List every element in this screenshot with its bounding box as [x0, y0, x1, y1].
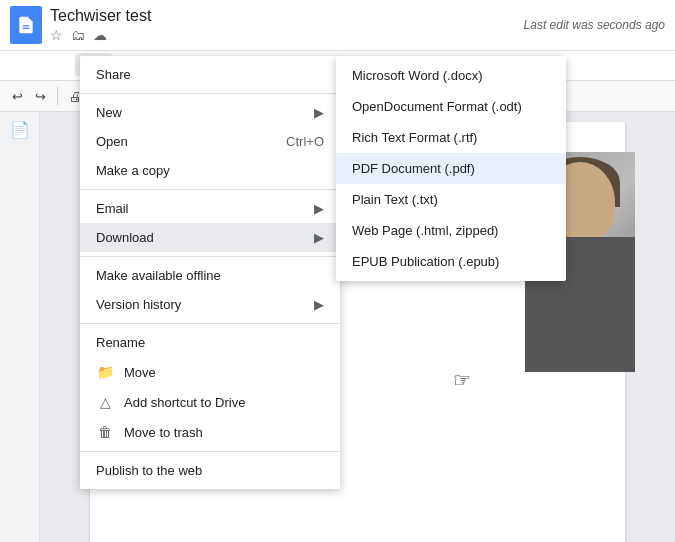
arrow-icon-version: ▶ — [314, 297, 324, 312]
download-rtf[interactable]: Rich Text Format (.rtf) — [336, 122, 566, 153]
star-icon[interactable]: ☆ — [50, 27, 63, 43]
file-menu-rename[interactable]: Rename — [80, 328, 340, 357]
file-menu-new[interactable]: New ▶ — [80, 98, 340, 127]
drive-icon: △ — [96, 394, 114, 410]
file-menu-email[interactable]: Email ▶ — [80, 194, 340, 223]
folder-move-icon: 📁 — [96, 364, 114, 380]
download-submenu: Microsoft Word (.docx) OpenDocument Form… — [336, 56, 566, 281]
cloud-icon[interactable]: ☁ — [93, 27, 107, 43]
file-menu-add-shortcut[interactable]: △ Add shortcut to Drive — [80, 387, 340, 417]
arrow-icon-download: ▶ — [314, 230, 324, 245]
file-menu-download[interactable]: Download ▶ — [80, 223, 340, 252]
shortcut-open: Ctrl+O — [286, 134, 324, 149]
menu-divider-5 — [80, 451, 340, 452]
sidebar: 📄 — [0, 112, 40, 542]
download-pdf[interactable]: PDF Document (.pdf) — [336, 153, 566, 184]
file-menu-publish[interactable]: Publish to the web — [80, 456, 340, 485]
last-edit-label: Last edit was seconds ago — [524, 18, 665, 32]
redo-button[interactable]: ↪ — [31, 87, 50, 106]
doc-app-icon — [10, 6, 42, 44]
doc-title-area: Techwiser test ☆ 🗂 ☁ — [50, 7, 151, 43]
menu-divider-3 — [80, 256, 340, 257]
menu-divider-4 — [80, 323, 340, 324]
menu-divider-2 — [80, 189, 340, 190]
trash-icon: 🗑 — [96, 424, 114, 440]
download-odt[interactable]: OpenDocument Format (.odt) — [336, 91, 566, 122]
doc-title[interactable]: Techwiser test — [50, 7, 151, 25]
arrow-icon-new: ▶ — [314, 105, 324, 120]
file-menu-version-history[interactable]: Version history ▶ — [80, 290, 340, 319]
file-menu-make-offline[interactable]: Make available offline — [80, 261, 340, 290]
sidebar-page-icon[interactable]: 📄 — [10, 120, 30, 139]
file-menu-share[interactable]: Share — [80, 60, 340, 89]
toolbar-separator-1 — [57, 87, 58, 105]
top-bar: Techwiser test ☆ 🗂 ☁ Last edit was secon… — [0, 0, 675, 51]
file-menu-open[interactable]: Open Ctrl+O — [80, 127, 340, 156]
download-epub[interactable]: EPUB Publication (.epub) — [336, 246, 566, 277]
menu-divider-1 — [80, 93, 340, 94]
undo-button[interactable]: ↩ — [8, 87, 27, 106]
download-html[interactable]: Web Page (.html, zipped) — [336, 215, 566, 246]
download-word[interactable]: Microsoft Word (.docx) — [336, 60, 566, 91]
file-menu: Share New ▶ Open Ctrl+O Make a copy Emai… — [80, 56, 340, 489]
folder-icon[interactable]: 🗂 — [71, 27, 85, 43]
file-menu-trash[interactable]: 🗑 Move to trash — [80, 417, 340, 447]
file-menu-move[interactable]: 📁 Move — [80, 357, 340, 387]
arrow-icon-email: ▶ — [314, 201, 324, 216]
doc-icons-row: ☆ 🗂 ☁ — [50, 27, 151, 43]
download-txt[interactable]: Plain Text (.txt) — [336, 184, 566, 215]
file-menu-make-copy[interactable]: Make a copy — [80, 156, 340, 185]
